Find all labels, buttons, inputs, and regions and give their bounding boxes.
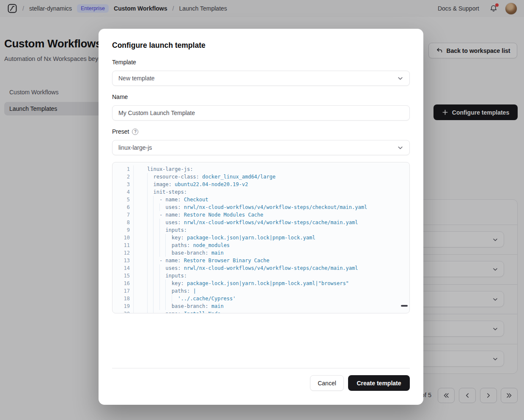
scrollbar-thumb[interactable]: [401, 305, 408, 307]
preset-select-value: linux-large-js: [118, 144, 152, 151]
template-label: Template: [112, 59, 410, 66]
preset-label-text: Preset: [112, 128, 129, 135]
configure-launch-template-modal: Configure launch template Template New t…: [99, 29, 423, 405]
name-label: Name: [112, 93, 410, 100]
preset-select[interactable]: linux-large-js: [112, 140, 410, 155]
name-input-value: My Custom Launch Template: [118, 110, 195, 116]
preset-label: Preset ?: [112, 128, 410, 135]
cancel-button[interactable]: Cancel: [310, 375, 344, 391]
modal-footer: Cancel Create template: [112, 375, 410, 391]
chevron-down-icon: [397, 75, 403, 82]
footer-divider: [112, 368, 410, 368]
help-icon[interactable]: ?: [132, 129, 138, 135]
modal-title: Configure launch template: [112, 41, 410, 50]
chevron-down-icon: [397, 145, 403, 151]
template-select[interactable]: New template: [112, 71, 410, 86]
template-select-value: New template: [118, 75, 155, 82]
name-input[interactable]: My Custom Launch Template: [112, 105, 410, 121]
yaml-code-editor[interactable]: 1linux-large-js:2resource-class: docker_…: [112, 162, 410, 313]
create-template-button[interactable]: Create template: [348, 375, 410, 391]
code-lines: 1linux-large-js:2resource-class: docker_…: [112, 165, 409, 313]
